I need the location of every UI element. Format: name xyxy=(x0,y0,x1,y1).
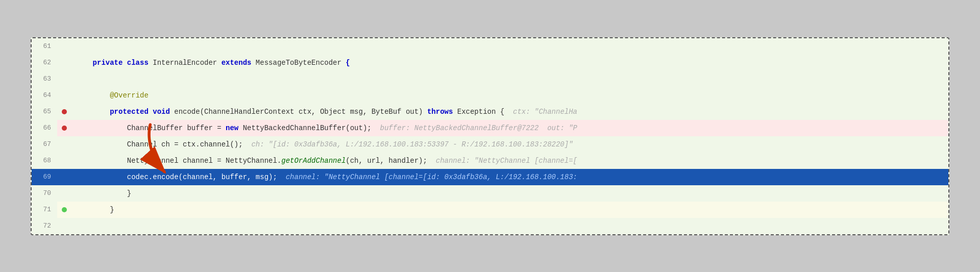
code-line-69: 69 codec.encode(channel, buffer, msg); c… xyxy=(32,169,948,185)
gutter-70 xyxy=(57,185,71,202)
line-number-67: 67 xyxy=(32,136,57,153)
gutter-64 xyxy=(57,87,71,104)
gutter-62 xyxy=(57,55,71,71)
gutter-67 xyxy=(57,136,71,153)
code-line-68: 68 NettyChannel channel = NettyChannel.g… xyxy=(32,153,948,169)
code-line-61: 61 xyxy=(32,38,948,55)
gutter-68 xyxy=(57,153,71,169)
gutter-72 xyxy=(57,218,71,234)
line-number-65: 65 xyxy=(32,104,57,120)
code-line-65: 65 protected void encode(ChannelHandlerC… xyxy=(32,104,948,120)
line-number-72: 72 xyxy=(32,218,57,234)
code-content-61 xyxy=(71,38,948,55)
line-number-61: 61 xyxy=(32,38,57,55)
code-content-64: @Override xyxy=(71,87,948,104)
breakpoint-icon-65[interactable] xyxy=(62,109,67,114)
line-number-70: 70 xyxy=(32,185,57,202)
code-content-65: protected void encode(ChannelHandlerCont… xyxy=(71,104,948,120)
code-content-62: private class InternalEncoder extends Me… xyxy=(71,55,948,71)
code-content-67: Channel ch = ctx.channel(); ch: "[id: 0x… xyxy=(71,136,948,153)
code-content-69: codec.encode(channel, buffer, msg); chan… xyxy=(71,169,948,185)
line-number-62: 62 xyxy=(32,55,57,71)
code-line-63: 63 xyxy=(32,71,948,87)
line-number-69: 69 xyxy=(32,169,57,185)
gutter-66 xyxy=(57,120,71,136)
line-number-71: 71 xyxy=(32,202,57,218)
line-number-68: 68 xyxy=(32,153,57,169)
code-line-67: 67 Channel ch = ctx.channel(); ch: "[id:… xyxy=(32,136,948,153)
code-line-72: 72 xyxy=(32,218,948,234)
gutter-69 xyxy=(57,169,71,185)
code-content-66: ChannelBuffer buffer = new NettyBackedCh… xyxy=(71,120,948,136)
editor-container: 61 62 private class InternalEncoder exte… xyxy=(31,37,949,235)
code-line-62: 62 private class InternalEncoder extends… xyxy=(32,55,948,71)
code-content-70: } xyxy=(71,185,948,202)
gutter-61 xyxy=(57,38,71,55)
breakpoint-icon-66[interactable] xyxy=(62,126,67,131)
code-content-71: } xyxy=(71,202,948,218)
line-number-63: 63 xyxy=(32,71,57,87)
code-area: 61 62 private class InternalEncoder exte… xyxy=(32,38,948,234)
code-line-70: 70 } xyxy=(32,185,948,202)
gutter-71 xyxy=(57,202,71,218)
code-line-66: 66 ChannelBuffer buffer = new NettyBacke… xyxy=(32,120,948,136)
step-icon-71 xyxy=(62,207,67,212)
code-line-71: 71 } xyxy=(32,202,948,218)
code-content-72 xyxy=(71,218,948,234)
line-number-66: 66 xyxy=(32,120,57,136)
code-content-63 xyxy=(71,71,948,87)
gutter-63 xyxy=(57,71,71,87)
line-number-64: 64 xyxy=(32,87,57,104)
code-line-64: 64 @Override xyxy=(32,87,948,104)
code-content-68: NettyChannel channel = NettyChannel.getO… xyxy=(71,153,948,169)
gutter-65 xyxy=(57,104,71,120)
